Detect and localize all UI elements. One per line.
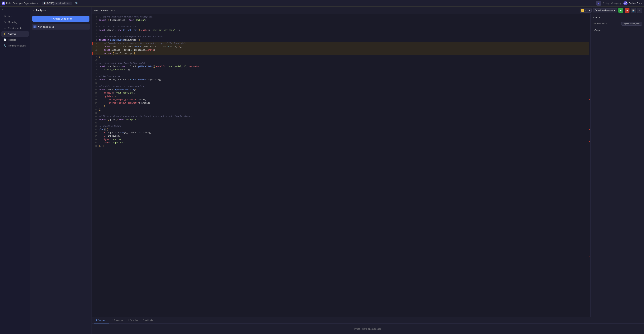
save-icon: 💾 <box>632 9 635 11</box>
table-row: 26 total_output_parameter: total, <box>92 98 589 101</box>
table-row: 5 const client = new RollupClient({ apiK… <box>92 29 589 32</box>
table-row: 20 const { total, average } = analyzeDat… <box>92 78 589 82</box>
sidebar-item-hardware-catalog[interactable]: 🔧 Hardware catalog <box>2 43 29 48</box>
code-editor-wrapper: 1 // Import necessary modules from Rollu… <box>92 14 590 317</box>
help-label: Help <box>605 2 610 4</box>
user-avatar: GF <box>624 1 628 5</box>
press-run-label: Press Run to execute code <box>354 328 381 330</box>
input-label: ••• new_input <box>592 22 607 25</box>
sidebar-item-reports[interactable]: 📄 Reports <box>2 37 29 42</box>
input-section-body: ••• new_input Engine:Thrust_sea ▾ <box>590 20 644 27</box>
env-chevron-icon: ▾ <box>614 9 615 11</box>
input-section: ▾ Input ••• new_input Engine:Thrust_sea … <box>590 14 644 27</box>
runtime-selector[interactable]: B bun ▾ <box>580 8 592 13</box>
user-menu[interactable]: GF Graham Fox ▾ <box>624 1 642 5</box>
sidebar-item-label-hardware: Hardware catalog <box>8 44 26 47</box>
table-row: 28 } <box>92 105 589 108</box>
scroll-marker-2 <box>589 129 590 130</box>
reports-icon: 📄 <box>3 38 6 41</box>
create-code-block-button[interactable]: ＋ Create Code block <box>32 16 90 22</box>
changelog-button[interactable]: Changelog <box>611 2 621 4</box>
scroll-track[interactable] <box>589 14 590 317</box>
table-row: 29 }); <box>92 108 589 111</box>
tab-summary[interactable]: ℹ Summary <box>94 317 109 324</box>
tab-artifacts-label: Artifacts <box>145 319 153 321</box>
save-button[interactable]: 💾 <box>631 8 636 13</box>
sidebar-item-modeling[interactable]: ⬡ Modeling <box>2 19 29 25</box>
environment-selector[interactable]: Default environment ▾ <box>593 8 617 12</box>
table-row: 32 import { plot } from 'nodeplotlib'; <box>92 118 589 121</box>
hardware-catalog-icon: 🔧 <box>3 44 6 47</box>
output-section: › Output <box>590 27 644 33</box>
table-row: 10 const total = inputData.reduce((sum, … <box>92 45 589 48</box>
table-row: 34 // Create a figure <box>92 125 589 128</box>
table-row: 9 // Example analysis: compute the sum a… <box>92 42 589 45</box>
output-section-header[interactable]: › Output <box>590 27 644 33</box>
table-row: 17 'input_parameter' }); <box>92 68 589 71</box>
help-icon: ? <box>603 2 604 4</box>
run-button[interactable]: ▶ <box>618 8 623 13</box>
sidebar-item-label-modeling: Modeling <box>8 21 17 23</box>
runtime-label: bun <box>585 9 588 11</box>
table-row: 19 // Perform analysis <box>92 75 589 78</box>
main-layout: « ✉ Inbox ⬡ Modeling ☰ Requirements ⚡ An… <box>0 6 644 334</box>
table-row: 11 const average = total / inputData.len… <box>92 48 589 52</box>
analysis-panel: « Analysis ＋ Create Code block { } New c… <box>30 6 92 334</box>
analysis-panel-title: Analysis <box>36 9 46 11</box>
sidebar-item-analysis[interactable]: ⚡ Analysis <box>2 31 29 37</box>
analysis-panel-header: « Analysis <box>30 6 92 14</box>
sidebar-item-inbox[interactable]: ✉ Inbox <box>2 13 29 19</box>
tab-summary-label: Summary <box>98 319 106 321</box>
project-selector[interactable]: 📋 [DEMO] Launch Vehicle ▾ <box>42 1 72 5</box>
table-row: 38 type: 'scatter', <box>92 138 589 141</box>
org-chevron-icon: ▾ <box>37 2 38 4</box>
editor-container: New code block ••• B bun ▾ Default envir… <box>92 6 644 334</box>
modeling-icon: ⬡ <box>3 21 6 23</box>
summary-icon: ℹ <box>96 319 97 321</box>
stop-button[interactable]: ■ <box>624 8 630 13</box>
bottom-tabs: ℹ Summary ⊟ Output log ℹ Error log ⬡ Art… <box>92 317 644 324</box>
analysis-list: { } New code block <box>30 23 92 30</box>
input-value-text: Engine:Thrust_sea <box>623 23 639 25</box>
input-section-header[interactable]: ▾ Input <box>590 14 644 20</box>
input-more-button[interactable]: ••• <box>592 22 596 25</box>
run-icon: ▶ <box>620 9 622 12</box>
tab-output-log[interactable]: ⊟ Output log <box>109 317 126 324</box>
analysis-icon: ⚡ <box>3 32 6 35</box>
sidebar-collapse-button[interactable]: « <box>0 6 30 13</box>
sidebar-item-label-reports: Reports <box>8 38 16 41</box>
project-icon: 📋 <box>43 2 46 4</box>
analysis-list-item-new-code-block[interactable]: { } New code block <box>32 24 90 29</box>
expand-icon: ⤢ <box>639 9 640 11</box>
org-selector[interactable]: Rollup Developers Organization. ▾ <box>2 1 38 5</box>
table-row: 31 // If generating figures, use a plott… <box>92 115 589 118</box>
scroll-marker-1 <box>589 99 590 100</box>
editor-title-area: New code block ••• <box>94 9 115 12</box>
input-chevron-icon: ▾ <box>592 16 594 19</box>
tab-error-log[interactable]: ℹ Error log <box>126 317 140 324</box>
tab-artifacts[interactable]: ⬡ Artifacts <box>140 317 155 324</box>
expand-button[interactable]: ⤢ <box>637 8 642 13</box>
bottom-content: Press Run to execute code <box>92 324 644 334</box>
table-row: 27 average_output_parameter: average <box>92 101 589 105</box>
scroll-marker-4 <box>589 257 590 257</box>
table-row: 7 // Function to evaluate inputs and per… <box>92 35 589 38</box>
project-chevron-icon: ▾ <box>70 2 70 4</box>
user-initials: GF <box>624 2 627 4</box>
editor-more-button[interactable]: ••• <box>111 9 115 12</box>
editor-block-title: New code block <box>94 9 110 12</box>
user-chevron-icon: ▾ <box>641 2 642 4</box>
sidebar-item-label-analysis: Analysis <box>8 33 16 35</box>
code-editor[interactable]: 1 // Import necessary modules from Rollu… <box>92 14 589 317</box>
table-row: 22 // Update the model with the results <box>92 85 589 88</box>
table-row: 40 }, { <box>92 145 589 148</box>
search-button[interactable]: 🔍 <box>74 1 79 5</box>
help-button[interactable]: ? Help <box>603 2 609 4</box>
sidebar-item-requirements[interactable]: ☰ Requirements <box>2 25 29 31</box>
inbox-icon: ✉ <box>3 15 6 18</box>
input-value[interactable]: Engine:Thrust_sea ▾ <box>621 22 642 25</box>
input-row-new-input: ••• new_input Engine:Thrust_sea ▾ <box>592 22 642 25</box>
stop-icon: ■ <box>626 9 628 11</box>
sidebar-item-label-requirements: Requirements <box>8 27 22 29</box>
table-row: 36 x: inputData.map((_, index) => index)… <box>92 131 589 134</box>
